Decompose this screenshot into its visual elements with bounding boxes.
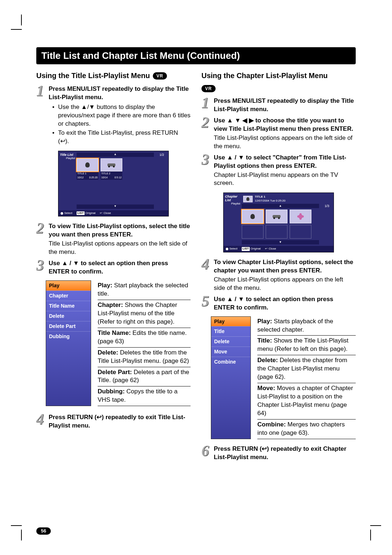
osd-page-indicator: 1/2 [154,153,166,157]
desc-key: Title Name: [98,329,131,336]
osd-meta-title: TITLE 1 [255,195,286,199]
step-number-icon: 5 [201,295,212,313]
osd-chapter-thumb [242,210,264,223]
vr-badge: VR [201,85,216,92]
osd-close-label: Close [103,211,111,215]
left-column: Using the Title List-Playlist Menu VR 1 … [36,71,191,462]
option-item: Dubbing [46,331,91,341]
step-number-icon: 6 [201,444,212,462]
step-number-icon: 1 [201,96,212,114]
chapter-list-screenshot: Chapter List Playlist TITLE 1 12/07/2004… [223,193,334,252]
osd-down-arrow-icon: ▼ [77,204,154,209]
osd-side-sub: Playlist [60,157,75,160]
thumb-len: 0:5:12 [115,176,122,179]
right-step-4: 4 To view Chapter List-Playlist options,… [201,258,356,293]
step-text: Use ▲ / ▼ to select "Chapter" from Title… [214,154,356,170]
right-step-1: 1 Press MENU/LIST repeatedly to display … [201,96,356,114]
osd-original-label: Original [86,211,96,215]
option-item: Combine [211,357,250,367]
osd-list-tag: LIST [77,211,84,215]
step-number-icon: 4 [201,258,212,293]
thumb-title: TITLE 1 [77,172,86,175]
title-list-screenshot: Title List Playlist ▲ 1/2 TITLE 1 [58,151,169,217]
option-item: Title [211,326,250,336]
step-number-icon: 4 [36,413,46,431]
title-options-panel: Play Chapter Title Name Delete Delete Pa… [46,280,91,406]
desc-key: Play: [257,318,272,325]
chapter-options-panel: Play Title Delete Move Combine [211,316,251,439]
osd-close-label: Close [269,247,276,251]
step-text: Title List-Playlist options appears on t… [214,134,356,151]
osd-mini-thumb [243,196,253,202]
step-number-icon: 3 [36,259,46,277]
thumbnail-icon [85,162,90,167]
step-text: Use ▲ / ▼ to select an option then press… [214,295,356,312]
chapter-option-descriptions: Play: Starts playback of the selected ch… [257,316,356,439]
left-step-3: 3 Use ▲ / ▼ to select an option then pre… [36,259,191,277]
step-text: Chapter List-Playlist options appears on… [214,276,356,292]
option-item: Move [211,347,250,357]
osd-chapter-thumb-empty [242,225,264,239]
crop-mark [11,525,22,526]
desc-key: Dubbing: [98,388,125,395]
desc-key: Play: [98,282,113,289]
osd-meta-sub: 12/07/2004 Tue 0:25:20 [255,199,286,203]
option-item: Play [46,281,91,291]
osd-side-sub: Playlist [225,202,240,206]
right-step-2: 2 Use ▲ ▼ ◀ ▶ to choose the title you wa… [201,116,356,151]
bullet-text: To exit the Title List-Playlist, press R… [54,129,191,146]
option-item: Chapter [46,291,91,301]
thumb-len: 0:25:20 [89,176,98,179]
crop-mark [21,530,22,540]
right-step-5: 5 Use ▲ / ▼ to select an option then pre… [201,295,356,313]
vr-badge: VR [153,72,167,80]
step-number-icon: 2 [201,116,212,151]
osd-chapter-thumb [266,210,287,223]
osd-thumb: TITLE 2 10/14 0:5:12 [101,158,122,180]
osd-chapter-thumb [290,210,311,223]
left-step-2: 2 To view Title List-Playlist options, s… [36,222,191,257]
osd-chapter-thumb-empty [266,225,287,239]
osd-original-label: Original [251,247,261,251]
step-text: Title List-Playlist options appears on t… [49,240,191,256]
step-text: Press RETURN (↩) repeatedly to exit Chap… [214,445,356,462]
title-option-descriptions: Play: Start playback the selected title.… [98,280,191,406]
left-step-4: 4 Press RETURN (↩) repeatedly to exit Ti… [36,413,191,431]
left-subheading-row: Using the Title List-Playlist Menu VR [36,71,191,81]
step-text: Press MENU/LIST repeatedly to display th… [214,97,356,114]
left-subheading: Using the Title List-Playlist Menu [36,71,150,81]
crop-mark [21,15,22,25]
desc-key: Chapter: [98,301,123,308]
osd-select-label: Select [64,211,72,215]
osd-down-arrow-icon: ▼ [242,240,319,244]
thumbnail-icon [250,214,255,219]
osd-up-arrow-icon: ▲ [242,204,319,208]
right-subheading: Using the Chapter List-Playlist Menu [201,71,328,81]
right-step-6: 6 Press RETURN (↩) repeatedly to exit Ch… [201,444,356,462]
osd-select-label: Select [229,247,237,251]
desc-key: Delete: [257,357,278,364]
step-text: To view Chapter List-Playlist options, s… [214,258,356,275]
bullet-text: Use the ▲/▼ buttons to display the previ… [54,103,191,128]
osd-thumb: TITLE 1 10/12 0:25:20 [77,158,98,180]
section-title: Title List and Chapter List Menu (Contin… [41,50,240,61]
osd-side-title: Chapter List [225,195,237,202]
desc-key: Title: [257,337,272,344]
right-step-3: 3 Use ▲ / ▼ to select "Chapter" from Tit… [201,153,356,189]
left-step-1: 1 Press MENU/LIST repeatedly to display … [36,84,191,146]
step-text: Use ▲ ▼ ◀ ▶ to choose the title you want… [214,117,356,133]
osd-side-title: Title List [60,153,73,157]
step-number-icon: 3 [201,153,212,189]
step-text: Use ▲ / ▼ to select an option then press… [49,259,191,276]
step-number-icon: 1 [36,84,46,146]
crop-mark [370,525,381,526]
osd-page-indicator: 1/3 [319,204,331,208]
osd-up-arrow-icon: ▲ [77,153,154,157]
crop-mark [11,29,22,30]
option-item: Delete Part [46,321,91,331]
step-text: Chapter List-Playlist menu appears on th… [214,171,356,188]
desc-key: Move: [257,385,275,392]
step-text: Press RETURN (↩) repeatedly to exit Titl… [49,413,191,430]
osd-chapter-thumb-empty [290,225,311,239]
section-title-bar: Title List and Chapter List Menu (Contin… [36,47,356,64]
